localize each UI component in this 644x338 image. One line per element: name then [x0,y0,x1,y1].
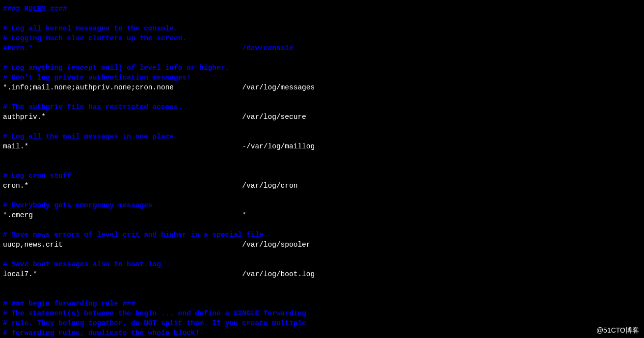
comment-line: # Logging much else clutters up the scre… [3,33,644,43]
blank-line [3,279,644,289]
comment-line: # Log all kernel messages to the console… [3,24,644,33]
blank-line [3,220,644,230]
file-content: #### RULES #### # Log all kernel message… [0,0,644,338]
blank-line [3,151,644,161]
comment-line: # Everybody gets emergency messages [3,200,644,210]
comment-line: # Log anything (except mail) of level in… [3,63,644,73]
blank-line [3,53,644,63]
comment-line: # Save boot messages also to boot.log [3,259,644,269]
blank-line [3,14,644,24]
comment-line: # ### begin forwarding rule ### [3,299,644,309]
rule-line: mail.* -/var/log/maillog [3,141,644,151]
rule-line: *.info;mail.none;authpriv.none;cron.none… [3,83,644,92]
blank-line [3,191,644,200]
rule-line: cron.* /var/log/cron [3,181,644,191]
comment-line: # forwarding rules, duplicate the whole … [3,328,644,338]
comment-line: # rule. They belong together, do NOT spl… [3,318,644,328]
terminal-window[interactable]: #### RULES #### # Log all kernel message… [0,0,644,338]
comment-line: # The authpriv file has restricted acces… [3,102,644,112]
comment-line: #### RULES #### [3,4,644,14]
blank-line [3,289,644,299]
rule-line: authpriv.* /var/log/secure [3,112,644,122]
comment-line: #kern.* /dev/console [3,43,644,53]
rule-line: *.emerg * [3,210,644,220]
watermark-label: @51CTO博客 [596,325,639,335]
blank-line [3,122,644,132]
comment-line: # Log cron stuff [3,171,644,181]
blank-line [3,161,644,171]
rule-line: local7.* /var/log/boot.log [3,269,644,279]
rule-line: uucp,news.crit /var/log/spooler [3,240,644,250]
comment-line: # Don't log private authentication messa… [3,73,644,83]
comment-line: # The statement(s) between the begin ...… [3,309,644,318]
blank-line [3,92,644,102]
comment-line: # Save news errors of level crit and hig… [3,230,644,240]
blank-line [3,250,644,259]
comment-line: # Log all the mail messages in one place… [3,132,644,141]
